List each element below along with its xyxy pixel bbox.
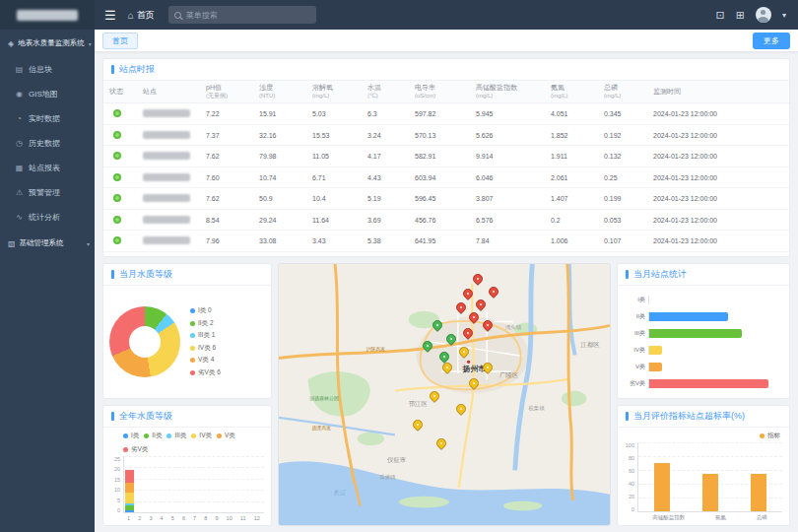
quality-donut-chart[interactable] [109,306,180,377]
year-stacked-chart[interactable]: 2520151050 [107,456,264,513]
map[interactable]: 扬州市邗江区广陵区江都区仪征市瓜洲镇杭集镇湾头镇长江润扬森林公园沪陕高速扬溧高速 [278,263,611,526]
station-name-redacted [143,216,190,224]
map-pin-red[interactable] [478,283,488,293]
left-column: 当月水质等级 I类 0II类 2III类 1IV类 6V类 4劣V类 6 全年水… [102,263,272,526]
status-cell [103,236,137,245]
search-input[interactable] [186,11,310,20]
legend-label: 指标 [767,432,780,440]
layout-grid-icon[interactable]: ⊞ [736,9,745,22]
exceed-bar-chart[interactable]: 100806040200 [622,442,782,512]
breadcrumb-home: 首页 [137,9,155,22]
sidebar-item-信息块[interactable]: ▤信息块 [0,57,95,82]
map-pin-yellow[interactable] [461,413,471,423]
map-pin-yellow[interactable] [418,429,428,438]
value-cell: 597.82 [409,110,470,117]
y-tick-label: 5 [107,498,120,503]
map-pin-yellow[interactable] [447,371,457,381]
value-cell: 4.051 [545,110,598,117]
tab-home[interactable]: 首页 [102,33,138,49]
fullscreen-icon[interactable]: ⊡ [716,9,725,22]
base-management-icon: ▧ [8,239,16,248]
table-row[interactable]: 7.9633.083.435.38641.957.841.0060.107202… [103,231,789,252]
value-cell: 5.19 [362,195,409,202]
accent-bar [111,65,114,74]
y-tick-label: 0 [107,507,120,513]
sidebar-item-站点报表[interactable]: ▦站点报表 [0,156,95,180]
map-pin-red[interactable] [494,296,503,305]
bar-track [648,329,781,338]
legend-dot [191,433,196,438]
station-cell [137,131,200,140]
station-cell [137,152,200,161]
home-icon: ⌂ [128,10,134,21]
bar[interactable] [649,312,728,321]
statistics-icon: ∿ [15,213,24,222]
bar[interactable] [649,329,742,338]
x-tick-label: 5 [171,515,174,521]
value-cell: 7.62 [200,153,253,160]
table-row[interactable]: 7.2215.915.036.3597.825.9454.0510.345202… [103,103,789,125]
sidebar-item-实时数据[interactable]: ◔实时数据 [0,106,95,131]
pin-shape [460,326,474,340]
gridline [638,442,782,443]
panel-title: 全年水质等级 [119,410,172,423]
table-row[interactable]: 7.6279.9811.054.17582.919.9141.9110.1322… [103,146,789,167]
map-pin-green[interactable] [444,361,454,370]
map-pin-yellow[interactable] [474,387,484,397]
bar[interactable] [649,346,662,355]
chevron-down-icon: ▾ [87,240,90,247]
value-cell: 5.03 [306,110,362,117]
sidebar-group-1[interactable]: ▧基础管理系统▾ [0,230,95,257]
dashboard-grid: 当月水质等级 I类 0II类 2III类 1IV类 6V类 4劣V类 6 全年水… [102,263,790,526]
chevron-down-icon[interactable]: ▾ [782,11,786,20]
status-dot-green [113,194,121,202]
table-row[interactable]: 8.5429.2411.643.69456.766.5760.20.053202… [103,210,789,232]
legend-dot [760,433,765,438]
map-pin-green[interactable] [451,343,461,353]
sidebar-item-历史数据[interactable]: ◷历史数据 [0,131,95,156]
table-row[interactable]: 7.3732.1615.533.24570.135.6261.8520.1922… [103,125,789,147]
exceed-bar[interactable] [751,474,766,512]
monitor-time-cell: 2024-01-23 12:00:00 [647,195,789,202]
sidebar-group-0[interactable]: ◈地表水质量监测系统▾ [0,30,95,57]
y-tick-label: 40 [622,481,634,487]
map-pin-red[interactable] [468,337,478,347]
menu-search[interactable] [168,6,316,24]
panel-header: 当月站点统计 [618,264,789,286]
table-row[interactable]: 7.6250.910.45.19596.453.8071.4070.199202… [103,188,789,210]
map-pin-green[interactable] [428,350,437,360]
map-pin-yellow[interactable] [441,447,451,457]
map-pin-yellow[interactable] [464,356,474,366]
status-dot-green [113,109,121,117]
bar[interactable] [649,379,768,388]
hamburger-menu-icon[interactable]: ☰ [104,8,116,23]
map-pin-red[interactable] [488,329,498,339]
map-pin-yellow[interactable] [434,400,444,410]
column-unit: (℃) [367,93,409,100]
month-slot [136,456,148,512]
value-cell: 32.16 [253,132,306,139]
exceed-bar[interactable] [702,474,718,512]
station-cell [137,216,200,225]
bar-track [648,379,781,388]
sidebar-item-GIS地图[interactable]: ◉GIS地图 [0,82,95,106]
tabbar: 首页 更多 [95,30,798,52]
sidebar-item-预警管理[interactable]: ⚠预警管理 [0,180,95,205]
legend-item: 劣V类 6 [190,368,221,377]
column-header: 溶解氧(mg/L) [306,84,362,100]
x-axis-labels: 高锰酸盐指数氨氮总磷 [637,512,782,521]
value-cell: 0.053 [598,217,647,224]
panel-title: 当月水质等级 [119,268,172,281]
avatar[interactable] [756,7,771,23]
legend-label: III类 1 [198,331,215,340]
breadcrumb[interactable]: ⌂ 首页 [128,9,155,22]
map-pin-yellow[interactable] [488,371,498,381]
more-button[interactable]: 更多 [753,33,790,49]
bar[interactable] [649,363,662,371]
exceed-bar[interactable] [654,463,670,511]
map-markers-layer [279,264,610,525]
map-pin-red[interactable] [481,308,491,318]
sidebar-item-统计分析[interactable]: ∿统计分析 [0,205,95,230]
table-row[interactable]: 7.6010.746.714.43603.946.0462.0610.25202… [103,167,789,189]
value-cell: 1.852 [545,132,598,139]
